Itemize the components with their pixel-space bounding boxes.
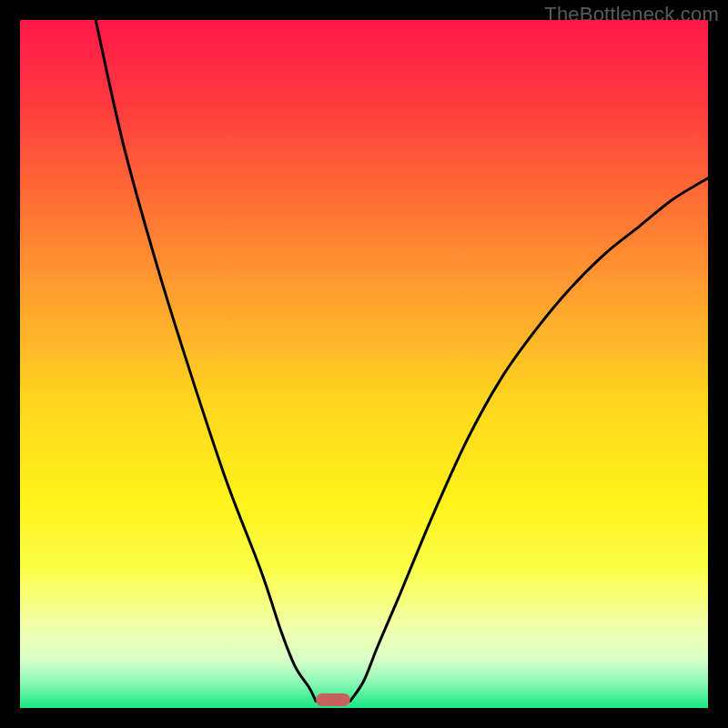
chart-frame: TheBottleneck.com xyxy=(0,0,728,728)
chart-svg xyxy=(20,20,708,708)
svg-rect-0 xyxy=(20,20,708,708)
plot-area xyxy=(20,20,708,708)
bottleneck-marker xyxy=(316,693,350,706)
